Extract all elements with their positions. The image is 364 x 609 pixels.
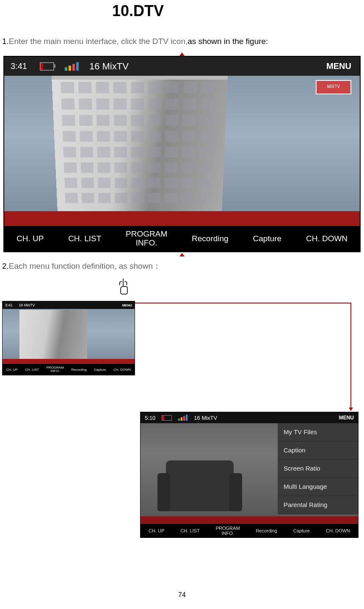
menu-channel: 16 MixTV (194, 415, 217, 421)
tap-hand-icon (117, 278, 129, 295)
thumb-status-bar: 3:41 16 MixTV MENU (3, 301, 135, 309)
menu-button[interactable]: MENU (326, 61, 351, 71)
thumb-capture[interactable]: Capture (94, 368, 106, 372)
menu-program-info[interactable]: PROGRAM INFO. (216, 526, 240, 536)
program-info-button[interactable]: PROGRAM INFO. (126, 230, 167, 248)
thumb-bottom-bar: CH. UP CH. LIST PROGRAM INFO. Recording … (3, 364, 135, 375)
menu-item-caption[interactable]: Caption (278, 441, 358, 460)
connector-arrow-icon (349, 408, 353, 411)
menu-item-multi-language[interactable]: Multi Language (278, 478, 358, 496)
building-graphic (52, 77, 228, 225)
red-triangle-top-icon (179, 52, 185, 56)
recording-button[interactable]: Recording (192, 234, 229, 243)
menu-battery-icon (162, 415, 172, 421)
signal-icon (65, 62, 79, 71)
step-1-black: as shown in the figure: (188, 37, 268, 46)
status-bar: 3:41 16 MixTV MENU (4, 57, 360, 76)
bottom-toolbar: CH. UP CH. LIST PROGRAM INFO. Recording … (4, 226, 360, 251)
chair-graphic (166, 460, 234, 511)
thumb-ch-up[interactable]: CH. UP (6, 368, 18, 372)
menu-signal-icon (178, 415, 188, 421)
menu-item-my-tv-files[interactable]: My TV Files (278, 423, 358, 441)
menu-item-screen-ratio[interactable]: Screen Ratio (278, 460, 358, 478)
step-1-gray: Enter the main menu interface, click the… (9, 37, 188, 46)
menu-video: My TV Files Caption Screen Ratio Multi L… (141, 423, 358, 524)
connector-line-h (127, 303, 351, 303)
menu-ch-up[interactable]: CH. UP (149, 528, 164, 533)
channel-label: 16 MixTV (89, 61, 129, 72)
step-2: 2.Each menu function definition, as show… (2, 261, 362, 272)
video-area: MIXTV (4, 76, 360, 226)
thumb-program-info[interactable]: PROGRAM INFO. (47, 366, 64, 373)
menu-ch-list[interactable]: CH. LIST (180, 528, 199, 533)
thumb-menu-button[interactable]: MENU (122, 303, 132, 307)
ch-down-button[interactable]: CH. DOWN (306, 234, 347, 243)
thumb-clock: 3:41 (5, 303, 13, 307)
ch-up-button[interactable]: CH. UP (17, 234, 44, 243)
thumb-channel: 16 MixTV (19, 303, 35, 307)
figure-2: 3:41 16 MixTV MENU CH. UP CH. LIST PROGR… (2, 278, 358, 540)
menu-clock: 5:10 (145, 415, 155, 421)
red-triangle-bottom-icon (179, 253, 185, 256)
step-1: 1.Enter the main menu interface, click t… (2, 37, 362, 46)
ticker-bar (4, 211, 360, 226)
step-1-num: 1. (2, 37, 9, 46)
battery-icon (40, 62, 54, 71)
program-info-l1: PROGRAM (126, 229, 167, 238)
dropdown-menu: My TV Files Caption Screen Ratio Multi L… (278, 423, 358, 514)
thumb-recording[interactable]: Recording (71, 368, 86, 372)
thumb-video (3, 309, 135, 364)
thumb-ch-down[interactable]: CH. DOWN (113, 368, 131, 372)
menu-menu-button[interactable]: MENU (339, 415, 354, 421)
capture-button[interactable]: Capture (253, 234, 281, 243)
menu-recording[interactable]: Recording (256, 528, 277, 533)
step-2-text: Each menu function definition, as shown： (9, 262, 161, 270)
dtv-screenshot-menu-open: 5:10 16 MixTV MENU My TV Files Caption S… (140, 412, 358, 538)
ch-list-button[interactable]: CH. LIST (68, 234, 101, 243)
menu-bottom-bar: CH. UP CH. LIST PROGRAM INFO. Recording … (141, 524, 358, 537)
channel-logo: MIXTV (316, 80, 351, 94)
dtv-screenshot-thumb: 3:41 16 MixTV MENU CH. UP CH. LIST PROGR… (2, 301, 135, 375)
page-number: 74 (2, 591, 362, 607)
menu-item-parental-rating[interactable]: Parental Rating (278, 496, 358, 514)
clock: 3:41 (11, 61, 27, 71)
dtv-screenshot-main: 3:41 16 MixTV MENU MIXTV CH. UP CH. LIST (3, 56, 361, 252)
menu-capture[interactable]: Capture (293, 528, 310, 533)
step-2-num: 2. (2, 262, 9, 270)
program-info-l2: INFO. (136, 238, 157, 247)
menu-ch-down[interactable]: CH. DOWN (326, 528, 350, 533)
menu-status-bar: 5:10 16 MixTV MENU (141, 412, 358, 423)
page-title: 10.DTV (2, 2, 362, 20)
connector-line-v (350, 303, 351, 408)
thumb-ch-list[interactable]: CH. LIST (25, 368, 39, 372)
